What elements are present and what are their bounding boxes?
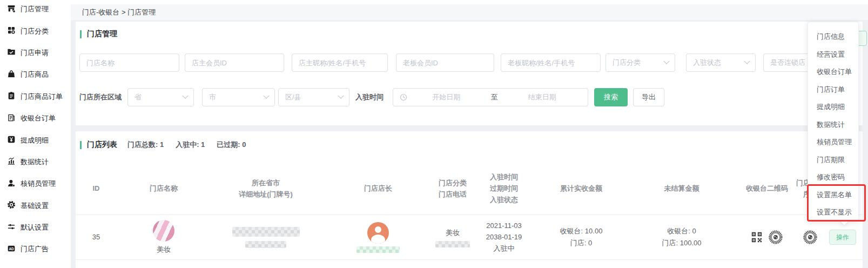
- ad-icon: AD: [7, 244, 16, 254]
- store-name-label: 美妆: [157, 244, 171, 255]
- applet-sunburst-icon[interactable]: [802, 229, 818, 245]
- category-icon: [7, 26, 16, 36]
- menu-item-store-info[interactable]: 门店信息: [808, 28, 858, 46]
- filter-row-2: 门店所在区域 省 市 区/县 入驻时间 开始日期 至 结束日期 搜索 导出: [76, 88, 863, 106]
- table-row: 35 美妆 美妆 2021-11-03 2038-01-19 入驻中 收银台: …: [76, 215, 863, 260]
- col-received: 累计实收金额: [538, 162, 624, 215]
- entry-status-select[interactable]: 入驻状态: [686, 53, 756, 72]
- stat-active: 入驻中: 1: [176, 140, 205, 150]
- sidebar-item-label: 门店管理: [21, 4, 49, 14]
- menu-item-business-settings[interactable]: 经营设置: [808, 46, 858, 64]
- sidebar-item-store-management[interactable]: 门店管理: [0, 0, 71, 20]
- owner-member-id-input[interactable]: [185, 53, 284, 72]
- col-manager: 门店店长: [329, 162, 427, 215]
- sidebar-item-basic-settings[interactable]: 基础设置: [0, 195, 71, 217]
- col-store-name: 门店名称: [115, 162, 212, 215]
- search-button[interactable]: 搜索: [594, 88, 628, 106]
- sidebar-item-label: 基础设置: [21, 201, 49, 211]
- menu-item-data-statistics[interactable]: 数据统计: [808, 116, 858, 134]
- svg-text:AD: AD: [9, 247, 14, 251]
- sidebar-item-label: 门店商品: [21, 70, 49, 79]
- gear-icon: [7, 200, 16, 211]
- boss-info-input[interactable]: [501, 53, 601, 72]
- menu-item-store-term[interactable]: 门店期限: [808, 151, 858, 169]
- sidebar-item-label: 收银台订单: [21, 113, 56, 123]
- list-stats: 门店总数: 1 入驻中: 1 已过期: 0: [127, 140, 246, 150]
- sidebar-item-default-settings[interactable]: 默认设置: [0, 217, 71, 238]
- row-unsettled: 收银台: 0门店: 100.00: [638, 215, 725, 259]
- row-category-phone: 美妆: [428, 215, 477, 259]
- boss-member-id-input[interactable]: [396, 53, 494, 72]
- list-title: 门店列表: [87, 140, 117, 150]
- store-list-card: 门店列表 门店总数: 1 入驻中: 1 已过期: 0 ID 门店名称 所在省市详…: [76, 131, 863, 268]
- menu-item-change-password[interactable]: 修改密码: [808, 169, 858, 186]
- chevron-down-icon: [338, 93, 344, 99]
- sliders-icon: [7, 223, 16, 233]
- stat-total: 门店总数: 1: [127, 140, 164, 150]
- city-placeholder: 市: [209, 92, 216, 102]
- row-address: [212, 215, 320, 259]
- col-id: ID: [80, 162, 112, 215]
- menu-item-set-blacklist[interactable]: 设置黑名单: [808, 186, 858, 204]
- filter-row-1: 门店分类 入驻状态 是否连锁店: [76, 53, 863, 72]
- row-manager: [329, 215, 427, 259]
- sidebar-item-label: 门店申请: [21, 48, 49, 58]
- sidebar-item-cashier-orders[interactable]: 收银台订单: [0, 108, 71, 129]
- sidebar-item-commission-detail[interactable]: 提成明细: [0, 129, 71, 151]
- sidebar-item-label: 提成明细: [21, 136, 49, 145]
- row-store-name: 美妆: [115, 215, 212, 259]
- action-button[interactable]: 操作: [829, 230, 856, 245]
- menu-item-store-orders[interactable]: 门店订单: [808, 81, 858, 99]
- store-category-select[interactable]: 门店分类: [605, 53, 675, 72]
- menu-item-set-hidden[interactable]: 设置不显示: [808, 204, 858, 222]
- stat-expired: 已过期: 0: [217, 140, 246, 150]
- province-select[interactable]: 省: [127, 88, 194, 106]
- store-name-input[interactable]: [79, 53, 179, 72]
- sidebar-item-verifier-management[interactable]: 核销员管理: [0, 173, 71, 195]
- breadcrumb-bar: 门店-收银台 > 门店管理: [71, 4, 868, 20]
- sidebar-item-store-goods-orders[interactable]: 门店商品订单: [0, 86, 71, 108]
- sidebar-item-store-category[interactable]: 门店分类: [0, 20, 71, 42]
- receipt-icon: [7, 113, 16, 124]
- start-date-placeholder[interactable]: 开始日期: [407, 92, 486, 102]
- redacted-phone: [435, 241, 470, 247]
- sidebar-item-data-statistics[interactable]: 数据统计: [0, 151, 71, 173]
- col-address: 所在省市详细地址(门牌号): [212, 162, 320, 215]
- category-label: 美妆: [446, 227, 460, 238]
- district-select[interactable]: 区/县: [278, 88, 349, 106]
- sidebar-item-store-ads[interactable]: AD 门店广告: [0, 238, 71, 260]
- menu-item-cashier-orders[interactable]: 收银台订单: [808, 63, 858, 81]
- chevron-down-icon: [263, 93, 269, 99]
- store-icon: [7, 4, 16, 15]
- entry-status: 入驻中: [494, 243, 515, 254]
- chevron-down-icon: [744, 58, 750, 64]
- row-received: 收银台: 10.00门店: 0: [538, 215, 624, 259]
- range-separator: 至: [486, 92, 503, 102]
- col-category-phone: 门店分类门店电话: [428, 162, 477, 215]
- owner-info-input[interactable]: [292, 53, 388, 72]
- applet-sunburst-icon[interactable]: [768, 229, 784, 245]
- sidebar-item-label: 门店广告: [21, 244, 49, 254]
- title-accent-bar: [80, 30, 82, 38]
- clipboard-icon: [7, 91, 16, 102]
- sidebar: 门店管理 门店分类 门店申请 门店商品 门店商品订单 收银台订单 提成明细 数据…: [0, 0, 71, 268]
- redacted-address-line1: [232, 227, 300, 237]
- menu-item-commission-detail[interactable]: 提成明细: [808, 98, 858, 116]
- region-label: 门店所在区域: [79, 88, 122, 106]
- sidebar-item-store-application[interactable]: 门店申请: [0, 42, 71, 64]
- entry-time-range-picker[interactable]: 开始日期 至 结束日期: [393, 88, 588, 106]
- menu-item-verifier-mgmt[interactable]: 核销员管理: [808, 133, 858, 151]
- clock-icon: [400, 93, 407, 101]
- export-button[interactable]: 导出: [633, 88, 664, 106]
- qr-code-icon[interactable]: [751, 231, 763, 243]
- end-date-placeholder[interactable]: 结束日期: [503, 92, 582, 102]
- city-select[interactable]: 市: [202, 88, 275, 106]
- chevron-down-icon: [663, 58, 669, 64]
- redacted-address-line2: [245, 241, 286, 248]
- store-category-placeholder: 门店分类: [613, 58, 641, 68]
- title-accent-bar: [80, 141, 82, 149]
- sidebar-item-store-goods[interactable]: 门店商品: [0, 64, 71, 85]
- redacted-manager-name: [356, 246, 400, 253]
- sidebar-item-label: 核销员管理: [21, 179, 56, 189]
- col-unsettled: 未结算金额: [638, 162, 725, 215]
